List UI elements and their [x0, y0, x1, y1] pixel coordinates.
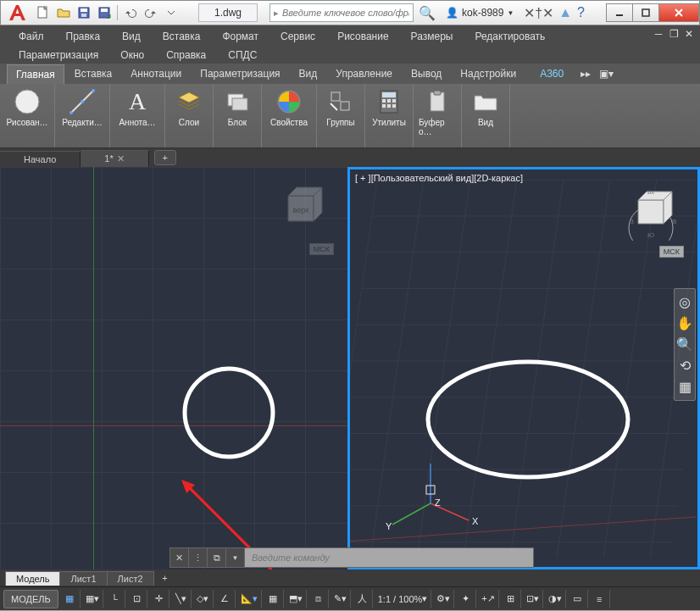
- signin-button[interactable]: 👤 kok-8989 ▼: [446, 7, 514, 19]
- view-button[interactable]: Вид: [467, 87, 504, 127]
- navigation-bar[interactable]: ◎ ✋ 🔍 ⟲ ▦: [674, 288, 696, 401]
- ribbon-collapse-icon[interactable]: ▣▾: [599, 68, 614, 80]
- cmdline-handle-icon[interactable]: ⋮: [189, 548, 208, 567]
- fullnav-icon[interactable]: ◎: [679, 294, 691, 310]
- app-logo-icon[interactable]: [1, 1, 33, 25]
- tab-home[interactable]: Главная: [7, 64, 64, 84]
- menu-parametric[interactable]: Параметризация: [8, 47, 108, 64]
- layout-add-button[interactable]: +: [157, 571, 174, 585]
- close-button[interactable]: [658, 3, 699, 22]
- undo-icon[interactable]: [120, 3, 141, 22]
- status-cycling-icon[interactable]: ⬒▾: [286, 590, 307, 608]
- status-transparency-icon[interactable]: ▦: [264, 590, 284, 608]
- status-isolate-icon[interactable]: ◑▾: [545, 590, 566, 608]
- draw-button[interactable]: Рисован…: [5, 87, 49, 127]
- search-icon[interactable]: 🔍: [419, 5, 436, 21]
- new-file-tab-button[interactable]: +: [154, 150, 176, 165]
- status-3d-icon[interactable]: ⧈: [308, 590, 329, 608]
- zoom-icon[interactable]: 🔍: [676, 336, 693, 353]
- status-workspace-icon[interactable]: +↗: [478, 590, 498, 608]
- viewcube-left[interactable]: верх: [271, 179, 331, 238]
- tab-file-1[interactable]: 1*✕: [81, 150, 148, 167]
- save-icon[interactable]: [74, 3, 94, 22]
- cmdline-chevron-icon[interactable]: ▼: [226, 548, 245, 567]
- new-icon[interactable]: [33, 3, 53, 22]
- doc-close-button[interactable]: ✕: [681, 27, 697, 41]
- circle-object-left[interactable]: [178, 362, 280, 464]
- cmdline-close-icon[interactable]: ✕: [170, 548, 189, 567]
- menu-help[interactable]: Справка: [156, 47, 216, 64]
- open-icon[interactable]: [53, 3, 74, 22]
- ucs-label-right[interactable]: МСК: [659, 246, 684, 258]
- menu-modify[interactable]: Редактировать: [464, 28, 555, 45]
- menu-view[interactable]: Вид: [112, 28, 151, 45]
- orbit-icon[interactable]: ⟲: [680, 358, 691, 374]
- menu-window[interactable]: Окно: [110, 47, 154, 64]
- menu-insert[interactable]: Вставка: [153, 28, 211, 45]
- tab-start[interactable]: Начало: [0, 151, 81, 167]
- showmotion-icon[interactable]: ▦: [679, 379, 692, 395]
- maximize-button[interactable]: [632, 3, 659, 22]
- layers-button[interactable]: Слои: [170, 87, 208, 127]
- status-grid-icon[interactable]: ▦: [60, 590, 81, 608]
- tab-output[interactable]: Вывод: [403, 64, 450, 83]
- status-gear-icon[interactable]: ⚙▾: [433, 590, 454, 608]
- status-annotation-icon[interactable]: ✦: [456, 590, 476, 608]
- properties-button[interactable]: Свойства: [267, 87, 311, 127]
- viewport-right-active[interactable]: [ + ][Пользовательский вид][2D-каркас] в…: [347, 167, 700, 569]
- status-qp-icon[interactable]: ✎▾: [331, 590, 351, 608]
- file-tab-close-icon[interactable]: ✕: [117, 153, 125, 164]
- redo-icon[interactable]: [141, 3, 161, 22]
- menu-draw[interactable]: Рисование: [327, 28, 398, 45]
- tab-insert[interactable]: Вставка: [66, 64, 121, 83]
- menu-file[interactable]: Файл: [8, 28, 54, 45]
- layout-tab-sheet1[interactable]: Лист1: [59, 571, 107, 586]
- menu-dimension[interactable]: Размеры: [401, 28, 464, 45]
- status-osnap-icon[interactable]: ◇▾: [193, 590, 214, 608]
- status-hw-icon[interactable]: ⊡▾: [523, 590, 543, 608]
- search-box[interactable]: ▸: [269, 3, 414, 22]
- viewport-label[interactable]: [ + ][Пользовательский вид][2D-каркас]: [355, 173, 523, 183]
- utilities-button[interactable]: Утилиты: [370, 87, 408, 127]
- clipboard-button[interactable]: Буфер о…: [419, 87, 456, 136]
- saveas-icon[interactable]: [94, 3, 114, 22]
- cmdline-prompt-icon[interactable]: ⧉: [208, 548, 226, 567]
- status-iso-icon[interactable]: ╲▾: [171, 590, 192, 608]
- ribbon-overflow-icon[interactable]: ▸▸: [581, 68, 591, 80]
- status-polar-icon[interactable]: ✛: [149, 590, 169, 608]
- tab-view[interactable]: Вид: [291, 64, 326, 83]
- viewcube-right[interactable]: вхЮЗВ: [621, 181, 681, 241]
- modify-button[interactable]: Редакти…: [60, 87, 104, 127]
- minimize-button[interactable]: [606, 3, 633, 22]
- status-annoscale-icon[interactable]: 人: [353, 590, 373, 608]
- tab-parametric[interactable]: Параметризация: [192, 64, 288, 83]
- tab-a360[interactable]: A360: [531, 64, 572, 83]
- command-input[interactable]: [245, 548, 533, 567]
- status-otrack-icon[interactable]: ∠: [215, 590, 236, 608]
- help-icon[interactable]: ?: [577, 5, 585, 20]
- a360-icon[interactable]: ▲: [558, 5, 572, 20]
- pan-icon[interactable]: ✋: [676, 315, 693, 331]
- exchange-icon[interactable]: ✕†✕: [524, 5, 553, 21]
- status-clean-icon[interactable]: ▭: [568, 590, 588, 608]
- menu-format[interactable]: Формат: [212, 28, 269, 45]
- status-grid-dd-icon[interactable]: ▦▾: [82, 590, 103, 608]
- doc-minimize-button[interactable]: ─: [651, 27, 666, 41]
- annotation-button[interactable]: A Аннота…: [115, 87, 159, 127]
- status-snap-icon[interactable]: └: [105, 590, 125, 608]
- layout-tab-model[interactable]: Модель: [5, 571, 60, 586]
- status-model-button[interactable]: МОДЕЛЬ: [3, 590, 58, 608]
- doc-restore-button[interactable]: ❐: [666, 27, 681, 41]
- status-ortho-icon[interactable]: ⊡: [127, 590, 147, 608]
- search-input[interactable]: [282, 8, 409, 18]
- block-button[interactable]: Блок: [219, 87, 256, 127]
- menu-edit[interactable]: Правка: [56, 28, 111, 45]
- viewport-left[interactable]: верх МСК: [0, 167, 347, 569]
- ucs-label-left[interactable]: МСК: [309, 243, 334, 255]
- menu-tools[interactable]: Сервис: [270, 28, 325, 45]
- command-line[interactable]: ✕ ⋮ ⧉ ▼: [169, 547, 534, 568]
- tab-annotate[interactable]: Аннотации: [122, 64, 190, 83]
- status-scale[interactable]: 1:1 / 100% ▾: [375, 590, 432, 608]
- tab-addins[interactable]: Надстройки: [452, 64, 525, 83]
- tab-manage[interactable]: Управление: [327, 64, 401, 83]
